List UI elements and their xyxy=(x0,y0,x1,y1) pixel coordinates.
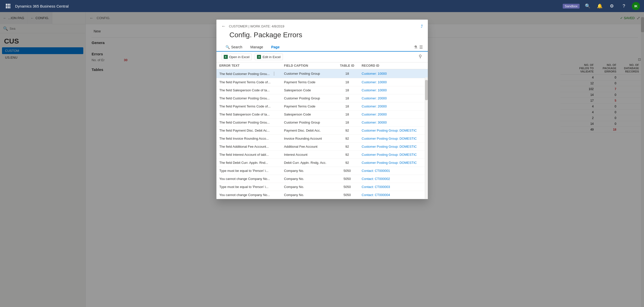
svg-rect-3 xyxy=(6,6,7,7)
modal-table-container[interactable]: ERROR TEXT FIELD CAPTION TABLE ID RECORD… xyxy=(216,62,428,199)
table-row[interactable]: Type must be equal to 'Person' i... Comp… xyxy=(216,167,428,175)
row10-record-id[interactable]: Customer Posting Group: DOMESTIC xyxy=(359,143,428,151)
table-row[interactable]: You cannot change Company No... Company … xyxy=(216,175,428,183)
row16-record-id[interactable]: Contact: CT000004 xyxy=(359,191,428,199)
row5-error-text: The field Payment Terms Code of... xyxy=(216,102,281,110)
row14-record-id[interactable]: Contact: CT000002 xyxy=(359,175,428,183)
modal-scrollbar-thumb[interactable] xyxy=(425,80,428,100)
row8-record-id[interactable]: Customer Posting Group: DOMESTIC xyxy=(359,127,428,135)
row2-table-id: 18 xyxy=(336,78,359,86)
row10-field-caption: Additional Fee Account xyxy=(281,143,336,151)
table-row[interactable]: Type must be equal to 'Person' i... Comp… xyxy=(216,183,428,191)
row1-record-id[interactable]: Customer: 10000 xyxy=(359,69,428,78)
col-table-id: TABLE ID xyxy=(336,62,359,69)
row9-field-caption: Invoice Rounding Account xyxy=(281,135,336,143)
svg-rect-8 xyxy=(9,7,10,8)
settings-icon[interactable]: ⚙ xyxy=(608,2,616,10)
top-nav-bar: Dynamics 365 Business Central Sandbox 🔍 … xyxy=(0,0,644,12)
svg-rect-7 xyxy=(8,7,9,8)
filter-icon[interactable]: ⚗ xyxy=(414,45,417,50)
row6-error-text: The field Salesperson Code of ta... xyxy=(216,110,281,119)
app-title: Dynamics 365 Business Central xyxy=(15,4,563,8)
row14-error-text: You cannot change Company No... xyxy=(216,175,281,183)
row10-error-text: The field Additional Fee Account... xyxy=(216,143,281,151)
row-menu-icon[interactable]: ⋮ xyxy=(271,71,278,76)
table-row[interactable]: The field Payment Disc. Debit Ac... Paym… xyxy=(216,127,428,135)
main-area: ← ...ION PAG ← CONFIG. 🔍 CUS CUSTOM xyxy=(0,12,644,307)
row16-error-text: You cannot change Company No... xyxy=(216,191,281,199)
pin-icon[interactable] xyxy=(418,54,423,60)
row7-record-id[interactable]: Customer: 30000 xyxy=(359,119,428,127)
row1-field-caption: Customer Posting Group xyxy=(281,69,336,78)
tab-page[interactable]: Page xyxy=(267,43,283,52)
table-row[interactable]: The field Customer Posting Grou... ⋮ Cus… xyxy=(216,69,428,78)
row13-error-text: Type must be equal to 'Person' i... xyxy=(216,167,281,175)
waffle-menu-icon[interactable] xyxy=(4,2,12,10)
bell-icon[interactable]: 🔔 xyxy=(596,2,604,10)
row13-field-caption: Company No. xyxy=(281,167,336,175)
table-row[interactable]: The field Debit Curr. Appln. Rnd... Debi… xyxy=(216,159,428,167)
row5-record-id[interactable]: Customer: 20000 xyxy=(359,102,428,110)
table-row[interactable]: The field Salesperson Code of ta... Sale… xyxy=(216,86,428,94)
svg-rect-5 xyxy=(9,6,10,7)
sandbox-badge: Sandbox xyxy=(563,4,580,9)
row2-record-id[interactable]: Customer: 10000 xyxy=(359,78,428,86)
row14-table-id: 5050 xyxy=(336,175,359,183)
row12-record-id[interactable]: Customer Posting Group: DOMESTIC xyxy=(359,159,428,167)
row16-table-id: 5050 xyxy=(336,191,359,199)
modal-back-button[interactable]: ← xyxy=(221,24,226,29)
table-row[interactable]: You cannot change Company No... Company … xyxy=(216,191,428,199)
table-row[interactable]: The field Customer Posting Grou... Custo… xyxy=(216,119,428,127)
row2-error-text: The field Payment Terms Code of... xyxy=(216,78,281,86)
tab-search[interactable]: 🔍 Search xyxy=(221,43,246,52)
tab-manage[interactable]: Manage xyxy=(246,43,267,52)
row3-field-caption: Salesperson Code xyxy=(281,86,336,94)
row2-field-caption: Payment Terms Code xyxy=(281,78,336,86)
col-record-id: RECORD ID xyxy=(359,62,428,69)
row11-record-id[interactable]: Customer Posting Group: DOMESTIC xyxy=(359,151,428,159)
row4-record-id[interactable]: Customer: 20000 xyxy=(359,94,428,102)
search-tab-label: Search xyxy=(231,45,242,49)
row15-field-caption: Company No. xyxy=(281,183,336,191)
table-row[interactable]: The field Payment Terms Code of... Payme… xyxy=(216,78,428,86)
modal-title: Config. Package Errors xyxy=(216,29,428,43)
modal-breadcrumb: CUSTOMER | WORK DATE: 4/8/2019 xyxy=(229,24,421,28)
row9-record-id[interactable]: Customer Posting Group: DOMESTIC xyxy=(359,135,428,143)
list-view-icon[interactable]: ☰ xyxy=(419,45,423,50)
row7-error-text: The field Customer Posting Grou... xyxy=(216,119,281,127)
row15-record-id[interactable]: Contact: CT000003 xyxy=(359,183,428,191)
row11-table-id: 92 xyxy=(336,151,359,159)
row6-table-id: 18 xyxy=(336,110,359,119)
table-row[interactable]: The field Additional Fee Account... Addi… xyxy=(216,143,428,151)
row11-error-text: The field Interest Account of tabl... xyxy=(216,151,281,159)
table-row[interactable]: The field Interest Account of tabl... In… xyxy=(216,151,428,159)
row13-table-id: 5050 xyxy=(336,167,359,175)
row12-error-text: The field Debit Curr. Appln. Rnd... xyxy=(216,159,281,167)
row3-table-id: 18 xyxy=(336,86,359,94)
page-tab-label: Page xyxy=(271,45,279,49)
row7-field-caption: Customer Posting Group xyxy=(281,119,336,127)
svg-rect-1 xyxy=(8,4,9,5)
col-field-caption: FIELD CAPTION xyxy=(281,62,336,69)
row8-field-caption: Payment Disc. Debit Acc. xyxy=(281,127,336,135)
modal-expand-icon[interactable]: ⤴ xyxy=(421,24,423,29)
row6-record-id[interactable]: Customer: 20000 xyxy=(359,110,428,119)
edit-in-excel-button[interactable]: X Edit in Excel xyxy=(255,54,283,60)
row1-error-text: The field Customer Posting Grou... ⋮ xyxy=(216,69,281,78)
table-header: ERROR TEXT FIELD CAPTION TABLE ID RECORD… xyxy=(216,62,428,69)
row3-record-id[interactable]: Customer: 10000 xyxy=(359,86,428,94)
table-row[interactable]: The field Invoice Rounding Acco... Invoi… xyxy=(216,135,428,143)
search-nav-icon[interactable]: 🔍 xyxy=(584,2,592,10)
user-avatar[interactable]: IK xyxy=(632,2,640,10)
table-row[interactable]: The field Salesperson Code of ta... Sale… xyxy=(216,110,428,119)
excel-edit-icon: X xyxy=(257,55,261,59)
row14-field-caption: Company No. xyxy=(281,175,336,183)
open-in-excel-button[interactable]: X Open in Excel xyxy=(221,54,252,60)
row4-field-caption: Customer Posting Group xyxy=(281,94,336,102)
modal-scrollbar[interactable] xyxy=(425,78,428,199)
row15-error-text: Type must be equal to 'Person' i... xyxy=(216,183,281,191)
help-icon[interactable]: ? xyxy=(620,2,628,10)
row13-record-id[interactable]: Contact: CT000001 xyxy=(359,167,428,175)
table-row[interactable]: The field Payment Terms Code of... Payme… xyxy=(216,102,428,110)
table-row[interactable]: The field Customer Posting Grou... Custo… xyxy=(216,94,428,102)
